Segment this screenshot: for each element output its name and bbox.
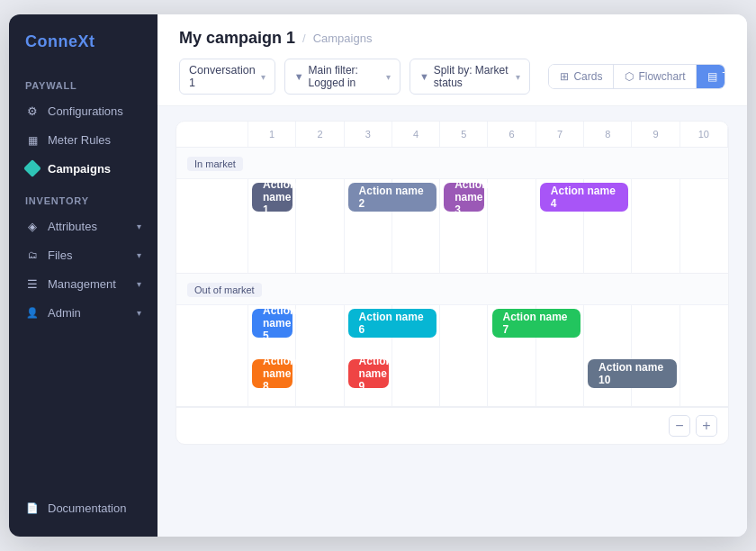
col-header-9: 9 <box>632 122 680 147</box>
col-header-8: 8 <box>584 122 632 147</box>
sidebar-item-documentation[interactable]: 📄 Documentation <box>9 493 158 522</box>
toolbar: Conversation 1 ▾ ▼ Main filter: Logged i… <box>179 59 725 95</box>
breadcrumb: My campaign 1 / Campaigns <box>179 29 725 48</box>
col-header-7: 7 <box>536 122 584 147</box>
split-by-filter[interactable]: ▼ Split by: Market status ▾ <box>410 59 530 95</box>
col-header-2: 2 <box>296 122 344 147</box>
grid-icon: ⊞ <box>560 70 569 83</box>
zoom-out-button[interactable]: − <box>669 415 690 437</box>
chevron-down-icon: ▾ <box>261 72 266 82</box>
col-header-1: 1 <box>248 122 296 147</box>
sidebar-section-inventory: Inventory <box>9 183 158 212</box>
action-name-9[interactable]: Action name 9 <box>348 359 389 388</box>
action-name-2[interactable]: Action name 2 <box>348 183 437 212</box>
in-market-row-1: Action name 1 Action name 2 Action name … <box>176 179 728 230</box>
action-name-5[interactable]: Action name 5 <box>252 309 292 338</box>
col-2 <box>296 179 344 230</box>
timeline-container: 1 2 3 4 5 6 7 8 9 10 In market <box>158 106 747 537</box>
breadcrumb-separator: / <box>302 32 306 45</box>
col-header-6: 6 <box>488 122 536 147</box>
timeline-icon: ▤ <box>707 70 717 83</box>
main-header: My campaign 1 / Campaigns Conversation 1… <box>158 14 747 106</box>
header-label-col <box>176 122 248 147</box>
meter-icon <box>25 132 40 147</box>
out-of-market-row-2: Action name 8 Action name 9 Action name … <box>176 356 728 406</box>
action-name-6[interactable]: Action name 6 <box>348 309 437 338</box>
in-market-badge: In market <box>187 157 243 171</box>
filter-icon: ▼ <box>294 71 304 82</box>
label-col <box>176 179 248 230</box>
chevron-down-icon: ▾ <box>137 250 141 260</box>
chevron-down-icon: ▾ <box>516 72 520 82</box>
sidebar-item-admin[interactable]: 👤 Admin ▾ <box>9 298 158 327</box>
flowchart-view-button[interactable]: ⬡ Flowchart <box>614 65 697 88</box>
campaign-icon <box>25 161 40 176</box>
gear-icon <box>25 104 40 118</box>
app-logo: ConneXt <box>9 14 158 68</box>
out-of-market-row-1: Action name 5 Action name 6 Action name … <box>176 305 728 356</box>
page-title: My campaign 1 <box>179 29 295 48</box>
flowchart-icon: ⬡ <box>625 70 634 83</box>
action-name-7[interactable]: Action name 7 <box>492 309 581 338</box>
sidebar-item-meter-rules[interactable]: Meter Rules <box>9 125 158 154</box>
col-6 <box>488 179 536 230</box>
management-icon: ☰ <box>25 276 40 291</box>
sidebar-item-management[interactable]: ☰ Management ▾ <box>9 269 158 298</box>
action-name-1[interactable]: Action name 1 <box>252 183 292 212</box>
conversation-select[interactable]: Conversation 1 ▾ <box>179 59 275 95</box>
col-header-10: 10 <box>680 122 728 147</box>
admin-icon: 👤 <box>25 305 40 320</box>
main-filter[interactable]: ▼ Main filter: Logged in ▾ <box>284 59 400 95</box>
chevron-down-icon: ▾ <box>137 279 141 289</box>
files-icon: 🗂 <box>25 248 40 262</box>
chevron-down-icon: ▾ <box>386 72 391 82</box>
cards-view-button[interactable]: ⊞ Cards <box>549 65 614 88</box>
section-in-market: In market <box>176 148 728 274</box>
sidebar: ConneXt Paywall Configurations Meter Rul… <box>9 14 158 537</box>
action-name-4[interactable]: Action name 4 <box>540 183 629 212</box>
col-header-3: 3 <box>345 122 392 147</box>
section-out-of-market: Out of market <box>176 274 728 407</box>
sidebar-item-files[interactable]: 🗂 Files ▾ <box>9 240 158 269</box>
col-9 <box>632 179 680 230</box>
col-header-5: 5 <box>440 122 488 147</box>
documentation-icon: 📄 <box>25 501 40 515</box>
grid-footer: − + <box>176 407 728 444</box>
chevron-down-icon: ▾ <box>137 308 141 318</box>
sidebar-item-attributes[interactable]: ◈ Attributes ▾ <box>9 212 158 240</box>
zoom-in-button[interactable]: + <box>696 415 717 437</box>
timeline-grid: 1 2 3 4 5 6 7 8 9 10 In market <box>176 121 729 445</box>
col-10 <box>680 179 728 230</box>
timeline-view-button[interactable]: ▤ Timeline <box>697 65 725 88</box>
chevron-down-icon: ▾ <box>137 221 141 231</box>
view-toggle: ⊞ Cards ⬡ Flowchart ▤ Timeline <box>548 64 725 89</box>
action-name-8[interactable]: Action name 8 <box>252 359 292 388</box>
grid-header: 1 2 3 4 5 6 7 8 9 10 <box>176 122 728 148</box>
breadcrumb-link[interactable]: Campaigns <box>313 32 373 45</box>
sidebar-item-configurations[interactable]: Configurations <box>9 96 158 125</box>
app-shell: ConneXt Paywall Configurations Meter Rul… <box>9 14 747 537</box>
main-content: My campaign 1 / Campaigns Conversation 1… <box>158 14 747 537</box>
in-market-spacer <box>176 230 728 273</box>
action-name-10[interactable]: Action name 10 <box>588 359 677 388</box>
action-name-3[interactable]: Action name 3 <box>444 183 484 212</box>
sidebar-section-paywall: Paywall <box>9 68 158 96</box>
filter-icon: ▼ <box>419 71 429 82</box>
out-of-market-badge: Out of market <box>187 283 262 297</box>
col-header-4: 4 <box>392 122 440 147</box>
sidebar-item-campaigns[interactable]: Campaigns <box>9 154 158 183</box>
attributes-icon: ◈ <box>25 219 40 233</box>
